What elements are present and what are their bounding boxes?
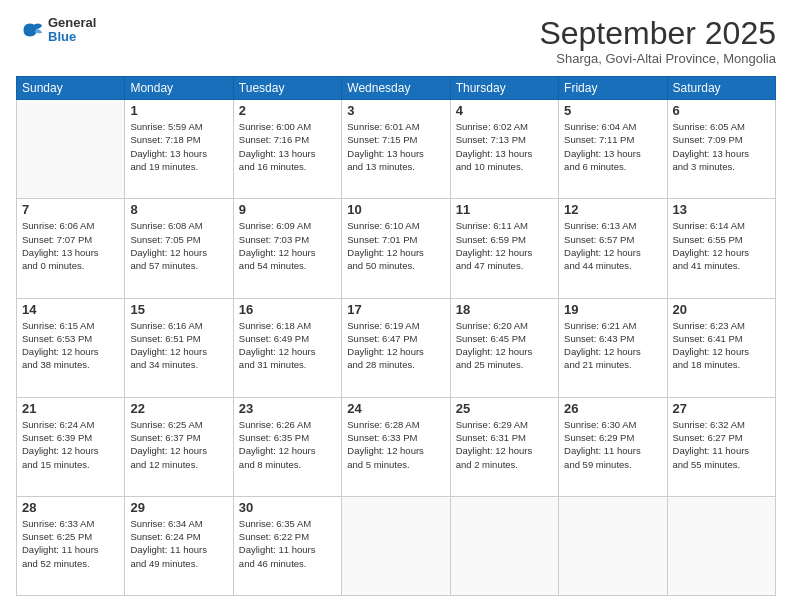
day-number: 29	[130, 500, 227, 515]
day-info: Sunrise: 6:19 AM Sunset: 6:47 PM Dayligh…	[347, 319, 444, 372]
day-info: Sunrise: 6:14 AM Sunset: 6:55 PM Dayligh…	[673, 219, 770, 272]
table-row: 29Sunrise: 6:34 AM Sunset: 6:24 PM Dayli…	[125, 496, 233, 595]
day-number: 9	[239, 202, 336, 217]
table-row: 8Sunrise: 6:08 AM Sunset: 7:05 PM Daylig…	[125, 199, 233, 298]
day-number: 13	[673, 202, 770, 217]
table-row	[450, 496, 558, 595]
day-info: Sunrise: 6:32 AM Sunset: 6:27 PM Dayligh…	[673, 418, 770, 471]
day-number: 12	[564, 202, 661, 217]
day-info: Sunrise: 6:18 AM Sunset: 6:49 PM Dayligh…	[239, 319, 336, 372]
day-number: 23	[239, 401, 336, 416]
day-info: Sunrise: 6:28 AM Sunset: 6:33 PM Dayligh…	[347, 418, 444, 471]
day-number: 18	[456, 302, 553, 317]
logo-icon	[16, 16, 44, 44]
day-number: 8	[130, 202, 227, 217]
day-number: 24	[347, 401, 444, 416]
col-wednesday: Wednesday	[342, 77, 450, 100]
logo-text: General Blue	[48, 16, 96, 45]
day-number: 30	[239, 500, 336, 515]
table-row: 26Sunrise: 6:30 AM Sunset: 6:29 PM Dayli…	[559, 397, 667, 496]
day-info: Sunrise: 5:59 AM Sunset: 7:18 PM Dayligh…	[130, 120, 227, 173]
table-row: 25Sunrise: 6:29 AM Sunset: 6:31 PM Dayli…	[450, 397, 558, 496]
table-row: 30Sunrise: 6:35 AM Sunset: 6:22 PM Dayli…	[233, 496, 341, 595]
day-info: Sunrise: 6:06 AM Sunset: 7:07 PM Dayligh…	[22, 219, 119, 272]
week-row-5: 28Sunrise: 6:33 AM Sunset: 6:25 PM Dayli…	[17, 496, 776, 595]
day-info: Sunrise: 6:24 AM Sunset: 6:39 PM Dayligh…	[22, 418, 119, 471]
col-tuesday: Tuesday	[233, 77, 341, 100]
day-number: 11	[456, 202, 553, 217]
day-number: 19	[564, 302, 661, 317]
table-row: 20Sunrise: 6:23 AM Sunset: 6:41 PM Dayli…	[667, 298, 775, 397]
day-number: 17	[347, 302, 444, 317]
week-row-2: 7Sunrise: 6:06 AM Sunset: 7:07 PM Daylig…	[17, 199, 776, 298]
header: General Blue September 2025 Sharga, Govi…	[16, 16, 776, 66]
day-info: Sunrise: 6:23 AM Sunset: 6:41 PM Dayligh…	[673, 319, 770, 372]
table-row: 7Sunrise: 6:06 AM Sunset: 7:07 PM Daylig…	[17, 199, 125, 298]
day-info: Sunrise: 6:30 AM Sunset: 6:29 PM Dayligh…	[564, 418, 661, 471]
day-info: Sunrise: 6:26 AM Sunset: 6:35 PM Dayligh…	[239, 418, 336, 471]
day-info: Sunrise: 6:34 AM Sunset: 6:24 PM Dayligh…	[130, 517, 227, 570]
day-number: 21	[22, 401, 119, 416]
day-info: Sunrise: 6:08 AM Sunset: 7:05 PM Dayligh…	[130, 219, 227, 272]
table-row	[559, 496, 667, 595]
day-number: 15	[130, 302, 227, 317]
logo-general: General	[48, 16, 96, 30]
table-row: 13Sunrise: 6:14 AM Sunset: 6:55 PM Dayli…	[667, 199, 775, 298]
day-number: 16	[239, 302, 336, 317]
day-number: 4	[456, 103, 553, 118]
day-number: 27	[673, 401, 770, 416]
day-info: Sunrise: 6:29 AM Sunset: 6:31 PM Dayligh…	[456, 418, 553, 471]
day-number: 20	[673, 302, 770, 317]
day-info: Sunrise: 6:11 AM Sunset: 6:59 PM Dayligh…	[456, 219, 553, 272]
month-title: September 2025	[539, 16, 776, 51]
title-block: September 2025 Sharga, Govi-Altai Provin…	[539, 16, 776, 66]
col-saturday: Saturday	[667, 77, 775, 100]
week-row-1: 1Sunrise: 5:59 AM Sunset: 7:18 PM Daylig…	[17, 100, 776, 199]
day-info: Sunrise: 6:05 AM Sunset: 7:09 PM Dayligh…	[673, 120, 770, 173]
table-row: 19Sunrise: 6:21 AM Sunset: 6:43 PM Dayli…	[559, 298, 667, 397]
table-row: 1Sunrise: 5:59 AM Sunset: 7:18 PM Daylig…	[125, 100, 233, 199]
day-number: 1	[130, 103, 227, 118]
day-number: 3	[347, 103, 444, 118]
table-row: 17Sunrise: 6:19 AM Sunset: 6:47 PM Dayli…	[342, 298, 450, 397]
table-row	[667, 496, 775, 595]
calendar-table: Sunday Monday Tuesday Wednesday Thursday…	[16, 76, 776, 596]
table-row: 6Sunrise: 6:05 AM Sunset: 7:09 PM Daylig…	[667, 100, 775, 199]
col-thursday: Thursday	[450, 77, 558, 100]
day-info: Sunrise: 6:10 AM Sunset: 7:01 PM Dayligh…	[347, 219, 444, 272]
day-info: Sunrise: 6:35 AM Sunset: 6:22 PM Dayligh…	[239, 517, 336, 570]
day-info: Sunrise: 6:02 AM Sunset: 7:13 PM Dayligh…	[456, 120, 553, 173]
logo-blue: Blue	[48, 30, 96, 44]
day-info: Sunrise: 6:04 AM Sunset: 7:11 PM Dayligh…	[564, 120, 661, 173]
day-number: 28	[22, 500, 119, 515]
day-info: Sunrise: 6:09 AM Sunset: 7:03 PM Dayligh…	[239, 219, 336, 272]
table-row: 15Sunrise: 6:16 AM Sunset: 6:51 PM Dayli…	[125, 298, 233, 397]
day-info: Sunrise: 6:15 AM Sunset: 6:53 PM Dayligh…	[22, 319, 119, 372]
week-row-4: 21Sunrise: 6:24 AM Sunset: 6:39 PM Dayli…	[17, 397, 776, 496]
day-info: Sunrise: 6:33 AM Sunset: 6:25 PM Dayligh…	[22, 517, 119, 570]
header-row: Sunday Monday Tuesday Wednesday Thursday…	[17, 77, 776, 100]
table-row: 3Sunrise: 6:01 AM Sunset: 7:15 PM Daylig…	[342, 100, 450, 199]
table-row: 18Sunrise: 6:20 AM Sunset: 6:45 PM Dayli…	[450, 298, 558, 397]
table-row: 12Sunrise: 6:13 AM Sunset: 6:57 PM Dayli…	[559, 199, 667, 298]
table-row	[17, 100, 125, 199]
day-number: 7	[22, 202, 119, 217]
day-number: 6	[673, 103, 770, 118]
table-row: 28Sunrise: 6:33 AM Sunset: 6:25 PM Dayli…	[17, 496, 125, 595]
table-row: 23Sunrise: 6:26 AM Sunset: 6:35 PM Dayli…	[233, 397, 341, 496]
day-info: Sunrise: 6:25 AM Sunset: 6:37 PM Dayligh…	[130, 418, 227, 471]
day-number: 26	[564, 401, 661, 416]
day-number: 22	[130, 401, 227, 416]
day-number: 2	[239, 103, 336, 118]
day-info: Sunrise: 6:00 AM Sunset: 7:16 PM Dayligh…	[239, 120, 336, 173]
day-info: Sunrise: 6:21 AM Sunset: 6:43 PM Dayligh…	[564, 319, 661, 372]
col-monday: Monday	[125, 77, 233, 100]
page: General Blue September 2025 Sharga, Govi…	[0, 0, 792, 612]
table-row: 14Sunrise: 6:15 AM Sunset: 6:53 PM Dayli…	[17, 298, 125, 397]
day-number: 5	[564, 103, 661, 118]
day-info: Sunrise: 6:01 AM Sunset: 7:15 PM Dayligh…	[347, 120, 444, 173]
day-number: 25	[456, 401, 553, 416]
table-row: 10Sunrise: 6:10 AM Sunset: 7:01 PM Dayli…	[342, 199, 450, 298]
table-row: 21Sunrise: 6:24 AM Sunset: 6:39 PM Dayli…	[17, 397, 125, 496]
table-row: 27Sunrise: 6:32 AM Sunset: 6:27 PM Dayli…	[667, 397, 775, 496]
